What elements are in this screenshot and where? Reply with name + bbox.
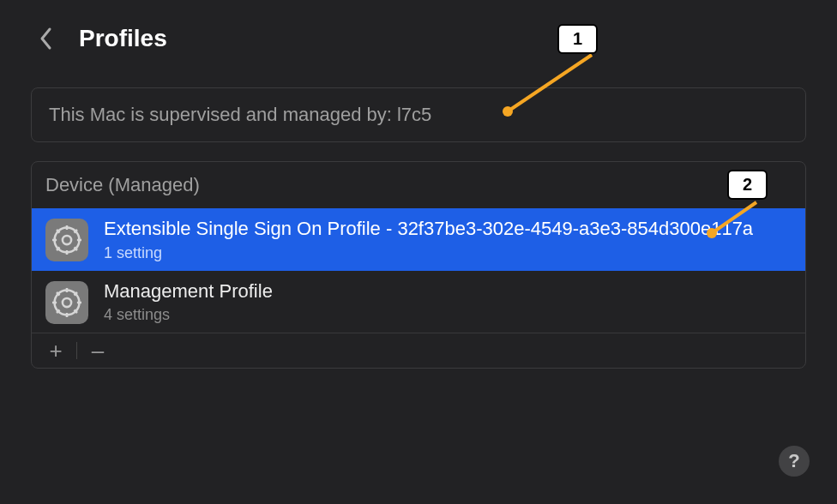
remove-button[interactable]: – xyxy=(87,340,108,361)
page-title: Profiles xyxy=(79,25,167,52)
profile-title: Management Profile xyxy=(104,279,792,303)
svg-point-9 xyxy=(63,236,71,244)
profiles-box: Device (Managed) Extensible Single Sign … xyxy=(31,161,806,369)
profile-title: Extensible Single Sign On Profile - 32f3… xyxy=(104,217,792,241)
profile-row[interactable]: Extensible Single Sign On Profile - 32f3… xyxy=(32,208,805,271)
profiles-footer: + – xyxy=(32,333,805,368)
section-header: Device (Managed) xyxy=(32,162,805,208)
profile-gear-icon xyxy=(45,281,88,324)
chevron-left-icon xyxy=(39,27,53,51)
back-button[interactable] xyxy=(34,21,58,57)
supervision-text: This Mac is supervised and managed by: l… xyxy=(49,104,788,126)
supervision-notice: This Mac is supervised and managed by: l… xyxy=(31,87,806,142)
profile-row[interactable]: Management Profile 4 settings xyxy=(32,271,805,333)
profile-subtitle: 1 setting xyxy=(104,244,792,262)
profile-gear-icon xyxy=(45,219,88,261)
help-button[interactable]: ? xyxy=(779,446,810,477)
add-button[interactable]: + xyxy=(45,340,66,361)
svg-point-19 xyxy=(63,297,71,306)
profile-subtitle: 4 settings xyxy=(104,306,792,324)
separator xyxy=(76,342,77,359)
